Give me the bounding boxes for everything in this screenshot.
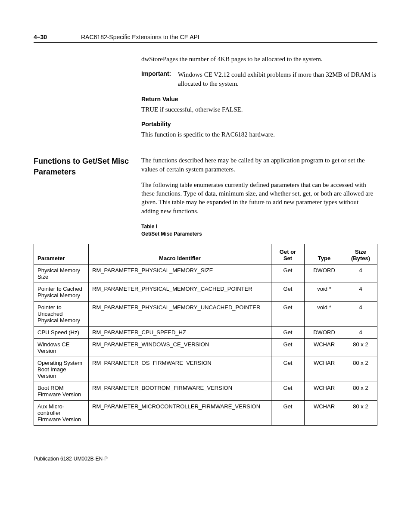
cell-type: WCHAR xyxy=(305,401,344,426)
cell-parameter: CPU Speed (Hz) xyxy=(34,327,89,339)
section-body: The functions described here may be call… xyxy=(141,156,377,237)
cell-type: void * xyxy=(305,302,344,327)
portability-text: This function is specific to the RAC6182… xyxy=(141,130,377,139)
table-row: Physical Memory Size RM_PARAMETER_PHYSIC… xyxy=(34,264,377,283)
cell-parameter: Pointer to Uncached Physical Memory xyxy=(34,302,89,327)
cell-size: 4 xyxy=(344,264,377,283)
cell-getset: Get xyxy=(271,283,305,302)
body-column: dwStorePages the number of 4KB pages to … xyxy=(141,55,377,139)
cell-getset: Get xyxy=(271,264,305,283)
section-two-column: Functions to Get/Set Misc Parameters The… xyxy=(34,156,377,237)
cell-parameter: Windows CE Version xyxy=(34,339,89,357)
cell-getset: Get xyxy=(271,401,305,426)
cell-getset: Get xyxy=(271,302,305,327)
th-size: Size (Bytes) xyxy=(344,244,377,264)
th-parameter: Parameter xyxy=(34,244,89,264)
intro-para: dwStorePages the number of 4KB pages to … xyxy=(141,55,377,63)
section-para-2: The following table enumerates currently… xyxy=(141,180,377,215)
table-row: Aux Micro-controller Firmware Version RM… xyxy=(34,401,377,426)
cell-type: WCHAR xyxy=(305,357,344,382)
cell-getset: Get xyxy=(271,382,305,401)
cell-size: 4 xyxy=(344,327,377,339)
table-row: Operating System Boot Image Version RM_P… xyxy=(34,357,377,382)
page-title: RAC6182-Specific Extensions to the CE AP… xyxy=(81,34,199,40)
cell-parameter: Aux Micro-controller Firmware Version xyxy=(34,401,89,426)
table-row: Windows CE Version RM_PARAMETER_WINDOWS_… xyxy=(34,339,377,357)
section-heading: Functions to Get/Set Misc Parameters xyxy=(34,156,141,237)
table-row: Pointer to Uncached Physical Memory RM_P… xyxy=(34,302,377,327)
cell-macro: RM_PARAMETER_BOOTROM_FIRMWARE_VERSION xyxy=(89,382,271,401)
cell-type: DWORD xyxy=(305,264,344,283)
important-text: Windows CE V2.12 could exhibit problems … xyxy=(178,70,377,88)
table-title: Get/Set Misc Parameters xyxy=(141,231,202,237)
cell-parameter: Boot ROM Firmware Version xyxy=(34,382,89,401)
cell-getset: Get xyxy=(271,339,305,357)
cell-type: DWORD xyxy=(305,327,344,339)
cell-size: 80 x 2 xyxy=(344,401,377,426)
portability-heading: Portability xyxy=(141,121,377,128)
cell-type: WCHAR xyxy=(305,382,344,401)
important-label: Important: xyxy=(141,70,178,88)
cell-size: 80 x 2 xyxy=(344,339,377,357)
cell-size: 4 xyxy=(344,302,377,327)
table-row: CPU Speed (Hz) RM_PARAMETER_CPU_SPEED_HZ… xyxy=(34,327,377,339)
cell-macro: RM_PARAMETER_OS_FIRMWARE_VERSION xyxy=(89,357,271,382)
footer-publication: Publication 6182-UM002B-EN-P xyxy=(34,456,377,462)
cell-size: 80 x 2 xyxy=(344,382,377,401)
page-header: 4–30 RAC6182-Specific Extensions to the … xyxy=(34,34,377,43)
cell-macro: RM_PARAMETER_MICROCONTROLLER_FIRMWARE_VE… xyxy=(89,401,271,426)
cell-macro: RM_PARAMETER_PHYSICAL_MEMORY_CACHED_POIN… xyxy=(89,283,271,302)
cell-macro: RM_PARAMETER_CPU_SPEED_HZ xyxy=(89,327,271,339)
table-number: Table I xyxy=(141,224,157,230)
cell-size: 4 xyxy=(344,283,377,302)
cell-parameter: Physical Memory Size xyxy=(34,264,89,283)
th-type: Type xyxy=(305,244,344,264)
return-value-heading: Return Value xyxy=(141,96,377,103)
cell-type: void * xyxy=(305,283,344,302)
cell-getset: Get xyxy=(271,327,305,339)
th-macro: Macro Identifier xyxy=(89,244,271,264)
cell-getset: Get xyxy=(271,357,305,382)
important-note: Important: Windows CE V2.12 could exhibi… xyxy=(141,70,377,88)
table-header-row: Parameter Macro Identifier Get or Set Ty… xyxy=(34,244,377,264)
cell-macro: RM_PARAMETER_PHYSICAL_MEMORY_SIZE xyxy=(89,264,271,283)
return-value-text: TRUE if successful, otherwise FALSE. xyxy=(141,105,377,114)
th-getset: Get or Set xyxy=(271,244,305,264)
section-para-1: The functions described here may be call… xyxy=(141,156,377,174)
page-number: 4–30 xyxy=(34,34,81,40)
cell-size: 80 x 2 xyxy=(344,357,377,382)
table-caption: Table I Get/Set Misc Parameters xyxy=(141,223,377,238)
table-row: Pointer to Cached Physical Memory RM_PAR… xyxy=(34,283,377,302)
cell-type: WCHAR xyxy=(305,339,344,357)
page: 4–30 RAC6182-Specific Extensions to the … xyxy=(0,0,411,479)
parameters-table: Parameter Macro Identifier Get or Set Ty… xyxy=(34,244,377,426)
cell-macro: RM_PARAMETER_WINDOWS_CE_VERSION xyxy=(89,339,271,357)
cell-macro: RM_PARAMETER_PHYSICAL_MEMORY_UNCACHED_PO… xyxy=(89,302,271,327)
cell-parameter: Operating System Boot Image Version xyxy=(34,357,89,382)
table-row: Boot ROM Firmware Version RM_PARAMETER_B… xyxy=(34,382,377,401)
cell-parameter: Pointer to Cached Physical Memory xyxy=(34,283,89,302)
